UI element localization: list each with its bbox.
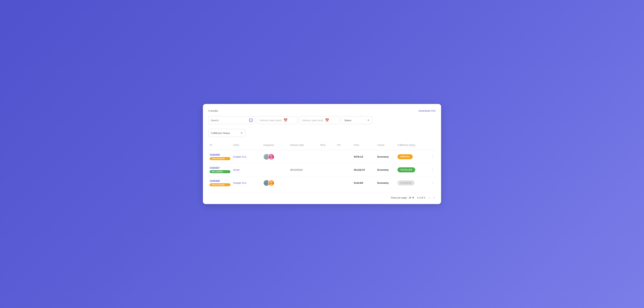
- carrier-cell: Economy: [376, 155, 396, 158]
- order-id-cell: V220436 PROCESSING: [208, 180, 232, 186]
- svg-point-0: [266, 155, 268, 157]
- svg-point-2: [270, 155, 272, 157]
- filters-row-1: i Delivery date (start) 📅 Delivery date …: [208, 116, 436, 124]
- more-actions-cell: ⋮: [429, 167, 436, 172]
- more-actions-cell: ⋮: [429, 180, 436, 186]
- search-input[interactable]: [211, 119, 247, 122]
- table-row: V220436 PROCESSING Cooper S.A. €124.80: [208, 176, 436, 189]
- fulfillment-status-cell: DISABLED: [396, 180, 429, 186]
- rows-per-page-value: 10: [409, 196, 412, 199]
- avatar: [268, 180, 274, 186]
- col-client: Client: [232, 142, 262, 148]
- delivery-date-end-label: Delivery date (end): [302, 119, 323, 122]
- col-fulfillment-status: Fulfillment Status: [396, 142, 429, 148]
- fulfillment-status-cell: PARTIAL: [396, 154, 429, 159]
- svg-point-5: [265, 184, 268, 186]
- price-cell: €9,216.57: [352, 168, 376, 171]
- info-icon: i: [249, 118, 253, 122]
- col-rfq: RFQ: [319, 142, 336, 148]
- more-actions-cell: ⋮: [429, 154, 436, 160]
- status-badge: PROCESSING: [210, 157, 230, 160]
- delivery-date-cell: 30/10/2024: [289, 168, 319, 171]
- assignees-cell: [262, 180, 289, 186]
- calendar-start-icon: 📅: [284, 118, 288, 122]
- svg-point-4: [266, 181, 268, 183]
- rows-per-page-select[interactable]: 10 ▼: [409, 196, 414, 199]
- delivery-date-start-filter[interactable]: Delivery date (start) 📅: [257, 116, 298, 124]
- col-delivery-date: Delivery date: [289, 142, 319, 148]
- pagination: Rows per page: 10 ▼ 1-3 of 3 ‹ ›: [208, 192, 436, 200]
- fulfillment-chevron-icon: ▼: [240, 132, 243, 134]
- results-count: 3 results: [208, 109, 218, 112]
- rows-per-page: Rows per page: 10 ▼: [391, 196, 414, 199]
- price-cell: €124.80: [352, 182, 376, 184]
- avatar: [268, 154, 274, 160]
- col-price: Price: [352, 142, 376, 148]
- next-page-button[interactable]: ›: [432, 195, 436, 200]
- page-navigation: ‹ ›: [428, 195, 436, 200]
- calendar-end-icon: 📅: [325, 118, 329, 122]
- prev-page-button[interactable]: ‹: [428, 195, 431, 200]
- svg-point-3: [269, 158, 273, 160]
- table-container: ID Client Assignees Delivery date RFQ PO…: [208, 142, 436, 189]
- delivery-date-end-filter[interactable]: Delivery date (end) 📅: [300, 116, 340, 124]
- order-id-link[interactable]: V220436: [210, 180, 230, 182]
- assignees-group: [263, 180, 288, 186]
- fulfillment-status-label: Fulfillment Status: [211, 132, 239, 134]
- order-id-cell: V220437 DELIVERED: [208, 166, 232, 173]
- rows-per-page-label: Rows per page:: [391, 196, 407, 199]
- order-id-link[interactable]: V220438: [210, 153, 230, 156]
- status-badge: PROCESSING: [210, 183, 230, 186]
- main-card: 3 results Download CSV i Delivery date (…: [203, 104, 441, 204]
- col-id: ID: [208, 142, 232, 148]
- fulfillment-disabled-button[interactable]: DISABLED: [398, 180, 414, 186]
- status-filter[interactable]: Status ▼: [342, 116, 372, 124]
- svg-point-7: [269, 184, 273, 186]
- carrier-cell: Economy: [376, 182, 396, 184]
- status-label: Status: [344, 119, 366, 122]
- fulfillment-fulfilled-button[interactable]: FULFILLED: [398, 167, 415, 172]
- search-filter: i: [208, 116, 255, 124]
- assignees-group: [263, 154, 288, 160]
- client-cell[interactable]: Cooper S.A.: [232, 182, 262, 184]
- table-row: V220438 PROCESSING Cooper S.A. €578.15: [208, 150, 436, 163]
- table-row: V220437 DELIVERED Acme 30/10/2024 €9,216…: [208, 163, 436, 176]
- card-header: 3 results Download CSV: [208, 109, 436, 112]
- filters-row-2: Fulfillment Status ▼: [208, 129, 436, 137]
- order-id-cell: V220438 PROCESSING: [208, 153, 232, 160]
- col-assignees: Assignees: [262, 142, 289, 148]
- col-actions: [429, 142, 436, 148]
- delivery-date-start-label: Delivery date (start): [260, 119, 282, 122]
- assignees-cell: [262, 154, 289, 160]
- client-cell[interactable]: Cooper S.A.: [232, 155, 262, 158]
- fulfillment-status-filter[interactable]: Fulfillment Status ▼: [208, 129, 245, 137]
- status-chevron-icon: ▼: [367, 119, 370, 122]
- table-header: ID Client Assignees Delivery date RFQ PO…: [208, 142, 436, 150]
- fulfillment-partial-button[interactable]: PARTIAL: [398, 154, 413, 159]
- svg-point-6: [270, 181, 272, 183]
- more-actions-button[interactable]: ⋮: [430, 180, 435, 186]
- client-cell[interactable]: Acme: [232, 168, 262, 171]
- col-po: PO: [336, 142, 352, 148]
- page-info: 1-3 of 3: [417, 196, 425, 199]
- rows-per-page-chevron-icon: ▼: [412, 196, 414, 199]
- download-csv-button[interactable]: Download CSV: [418, 109, 436, 112]
- carrier-cell: Economy: [376, 168, 396, 171]
- more-actions-button[interactable]: ⋮: [430, 154, 435, 160]
- col-carrier: Carrier: [376, 142, 396, 148]
- svg-point-1: [265, 158, 268, 160]
- fulfillment-status-cell: FULFILLED: [396, 167, 429, 172]
- order-id-link[interactable]: V220437: [210, 166, 230, 169]
- more-actions-button[interactable]: ⋮: [430, 167, 435, 172]
- price-cell: €578.15: [352, 155, 376, 158]
- status-badge: DELIVERED: [210, 170, 230, 173]
